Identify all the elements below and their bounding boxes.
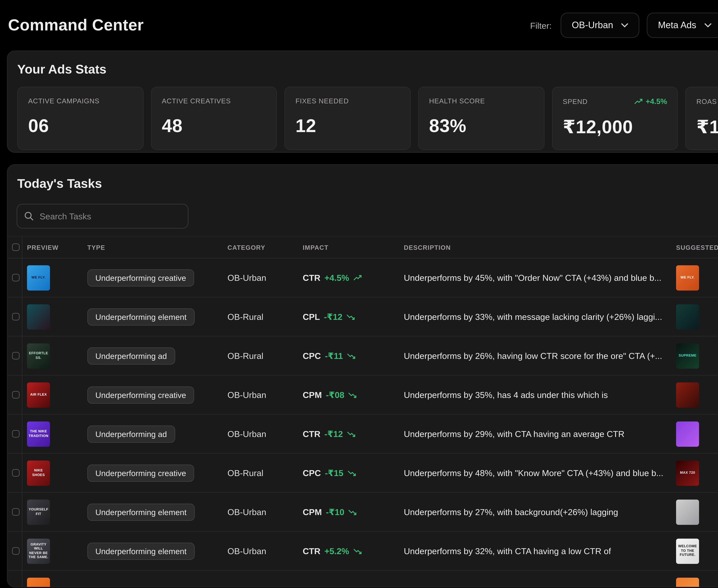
- impact-metric: CTR: [303, 273, 320, 282]
- task-impact: CPM -₹10: [303, 507, 357, 517]
- filter-dropdown-platform-value: Meta Ads: [658, 20, 696, 30]
- preview-thumbnail-text: WE FLY.: [30, 274, 47, 281]
- task-impact: CTR -₹12: [303, 429, 355, 439]
- select-all-checkbox[interactable]: [12, 244, 20, 251]
- page-title: Command Center: [8, 16, 144, 35]
- task-category: OB-Rural: [227, 468, 263, 478]
- stat-card-value: 06: [28, 115, 132, 136]
- filter-dropdown-platform[interactable]: Meta Ads: [647, 13, 718, 38]
- column-header-impact: IMPACT: [303, 244, 404, 251]
- top-bar: Command Center Filter: OB-Urban Meta Ads…: [0, 0, 718, 50]
- row-checkbox[interactable]: [12, 508, 20, 516]
- stat-card: FIXES NEEDED 12: [285, 87, 411, 150]
- command-center-page: Command Center Filter: OB-Urban Meta Ads…: [0, 0, 718, 588]
- stat-card-trend: +4.5%: [634, 97, 667, 106]
- stat-card-label: ROAS: [696, 97, 717, 105]
- stat-card-value: ₹12,000: [563, 116, 667, 138]
- preview-thumbnail-text: AIR FLEX: [29, 392, 48, 398]
- filter-dropdown-audience[interactable]: OB-Urban: [561, 13, 640, 38]
- row-checkbox[interactable]: [12, 313, 20, 320]
- impact-value: +5.2%: [324, 546, 349, 556]
- task-description: Underperforms by 45%, with "Order Now" C…: [404, 273, 661, 282]
- chevron-down-icon: [704, 23, 712, 27]
- search-icon: [24, 211, 34, 221]
- preview-thumbnail-text: YOURSELF FIT: [27, 506, 50, 517]
- impact-value: -₹12: [324, 429, 343, 439]
- task-type-badge: Underperforming element: [87, 503, 194, 521]
- preview-thumbnail: YOURSELF FIT: [27, 499, 50, 525]
- task-impact: CPL -₹12: [303, 312, 355, 322]
- task-category: OB-Rural: [227, 351, 263, 361]
- filter-label: Filter:: [530, 20, 552, 30]
- ads-stats-title: Your Ads Stats: [17, 62, 718, 77]
- stat-card: ACTIVE CREATIVES 48: [151, 87, 277, 150]
- column-header-category: CATEGORY: [227, 244, 303, 251]
- trend-down-icon: [347, 469, 356, 476]
- preview-thumbnail: EFFORTLESS.: [27, 343, 50, 369]
- column-header-preview: PREVIEW: [22, 244, 87, 251]
- task-description: Underperforms by 26%, having low CTR sco…: [404, 351, 662, 361]
- impact-metric: CTR: [303, 429, 320, 439]
- stat-card: ACTIVE CAMPAIGNS 06: [17, 87, 143, 150]
- preview-thumbnail: THE NIKE TRADITION: [27, 421, 50, 446]
- stat-card-value: 48: [162, 115, 266, 136]
- row-checkbox[interactable]: [12, 547, 20, 555]
- impact-metric: CPL: [303, 312, 320, 321]
- search-tasks-input[interactable]: [40, 211, 181, 221]
- row-checkbox[interactable]: [12, 352, 20, 359]
- table-row: THE NIKE TRADITION Underperforming ad OB…: [7, 415, 718, 454]
- suggested-thumbnail: Supreme: [676, 343, 699, 369]
- stat-card-value: ₹16,000: [696, 116, 718, 138]
- task-description: Underperforms by 27%, with background(+2…: [404, 507, 618, 517]
- row-checkbox[interactable]: [12, 274, 20, 281]
- stat-card: SPEND +4.5% ₹12,000: [552, 87, 678, 150]
- task-impact: CPC -₹11: [303, 351, 355, 361]
- trend-down-icon: [347, 352, 355, 359]
- row-checkbox[interactable]: [12, 430, 20, 438]
- impact-value: -₹11: [325, 351, 343, 361]
- stat-card: HEALTH SCORE 83%: [418, 87, 545, 150]
- suggested-thumbnail: WELCOME TO THE FUTURE.: [676, 538, 699, 564]
- impact-metric: CPC: [303, 351, 321, 361]
- filter-group: Filter: OB-Urban Meta Ads Last 7 days: [530, 13, 718, 38]
- trend-up-icon: [634, 98, 643, 105]
- task-category: OB-Urban: [227, 546, 266, 556]
- trend-down-icon: [353, 547, 362, 554]
- task-impact: CTR +4.5%: [303, 273, 362, 282]
- impact-value: +4.5%: [324, 273, 349, 282]
- suggested-thumbnail-text: Supreme: [677, 352, 698, 359]
- task-category: OB-Urban: [227, 507, 266, 517]
- table-row: YOURSELF FIT Underperforming element OB-…: [7, 493, 718, 532]
- preview-thumbnail: WE FLY.: [27, 265, 50, 290]
- preview-thumbnail-text: EFFORTLESS.: [27, 350, 50, 361]
- column-header-suggested: SUGGESTED: [676, 244, 718, 251]
- task-impact: CTR +5.2%: [303, 546, 362, 556]
- chevron-down-icon: [621, 23, 629, 27]
- row-checkbox[interactable]: [12, 391, 20, 399]
- task-description: Underperforms by 33%, with message lacki…: [404, 312, 662, 321]
- suggested-thumbnail: [676, 499, 699, 525]
- row-checkbox[interactable]: [12, 469, 20, 477]
- preview-thumbnail: GRAVITY WILL NEVER BE THE SAME.: [27, 538, 50, 564]
- tasks-section: Today's Tasks PREVIEW TYPE CATEGORY IMPA…: [7, 164, 718, 587]
- suggested-thumbnail: [676, 421, 699, 446]
- trend-up-icon: [353, 274, 362, 281]
- task-type-badge: Underperforming creative: [87, 386, 194, 403]
- stat-card-label: ACTIVE CAMPAIGNS: [28, 97, 100, 105]
- trend-down-icon: [348, 508, 357, 516]
- impact-value: -₹08: [326, 390, 344, 400]
- ads-stats-section: Your Ads Stats ACTIVE CAMPAIGNS 06 ACTIV…: [7, 50, 718, 153]
- filter-dropdown-audience-value: OB-Urban: [572, 20, 613, 30]
- trend-down-icon: [347, 430, 355, 437]
- preview-thumbnail-text: THE NIKE TRADITION: [27, 428, 50, 439]
- stat-card-label: ACTIVE CREATIVES: [162, 97, 231, 105]
- stat-card-value: 83%: [429, 115, 533, 136]
- stat-card-label: HEALTH SCORE: [429, 97, 485, 105]
- task-type-badge: Underperforming element: [87, 308, 194, 325]
- suggested-thumbnail-text: [686, 511, 689, 513]
- preview-thumbnail: NIKE SHOES: [27, 460, 50, 485]
- suggested-thumbnail-text: [686, 394, 689, 396]
- stat-cards-row: ACTIVE CAMPAIGNS 06 ACTIVE CREATIVES 48 …: [17, 87, 718, 150]
- suggested-thumbnail-text: WELCOME TO THE FUTURE.: [676, 543, 699, 559]
- task-type-badge: Underperforming ad: [87, 347, 175, 364]
